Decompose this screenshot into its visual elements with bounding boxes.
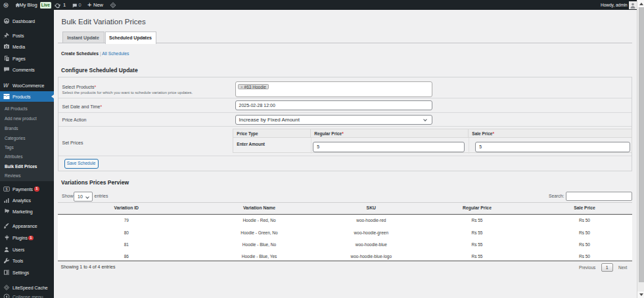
svg-text:W: W bbox=[3, 82, 9, 89]
svg-text:W: W bbox=[4, 3, 8, 7]
